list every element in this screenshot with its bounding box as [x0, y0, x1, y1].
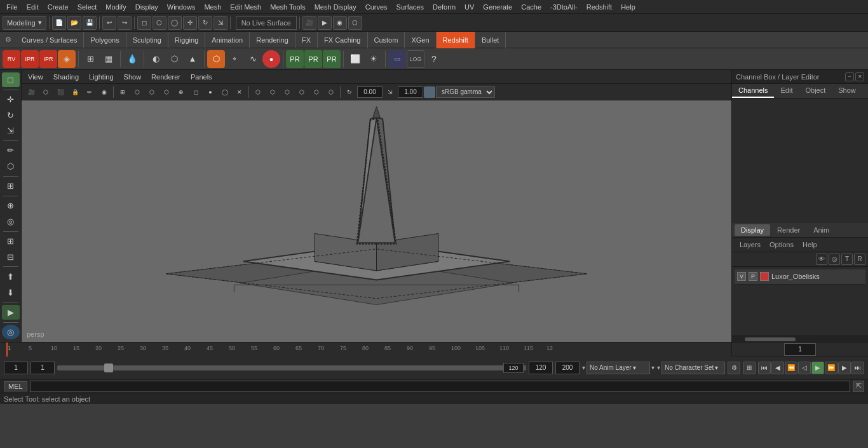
menu-3dtool[interactable]: -3DtoAll- — [546, 2, 581, 12]
workspace-dropdown[interactable]: Modeling ▾ — [3, 16, 46, 30]
layer-scrollbar[interactable] — [732, 336, 868, 342]
rotate-tool-btn[interactable]: ↻ — [2, 108, 20, 123]
layer-scroll-thumb[interactable] — [745, 337, 796, 341]
render2-btn[interactable]: ◉ — [333, 16, 347, 30]
vp-ortho-btn[interactable]: ⬛ — [53, 86, 67, 98]
cb-tab-channels[interactable]: Channels — [732, 84, 774, 98]
tab-polygons[interactable]: Polygons — [84, 32, 126, 48]
render3-btn[interactable]: ⬡ — [348, 16, 362, 30]
tb-screen-btn[interactable]: ▭ — [388, 50, 406, 68]
bottom-icon-btn[interactable]: ◎ — [2, 325, 20, 339]
uv-tool-btn[interactable]: ⬡ — [2, 159, 20, 173]
show-all-btn[interactable]: ⬆ — [2, 269, 20, 284]
vp-coord-x-input[interactable] — [357, 86, 383, 98]
rotate-btn[interactable]: ↻ — [198, 16, 212, 30]
no-character-set-dropdown[interactable]: No Character Set ▾ — [661, 362, 725, 374]
tb-cone-btn[interactable]: ▲ — [184, 50, 201, 68]
camera-btn[interactable]: 🎥 — [302, 16, 316, 30]
vp-menu-show[interactable]: Show — [120, 72, 146, 82]
menu-file[interactable]: File — [3, 2, 22, 12]
playback-slider[interactable] — [57, 365, 526, 370]
vp-edit-btn[interactable]: ✏ — [83, 86, 97, 98]
menu-mesh-display[interactable]: Mesh Display — [311, 2, 360, 12]
menu-mesh[interactable]: Mesh — [200, 2, 225, 12]
layer-submenu-options[interactable]: Options — [766, 240, 797, 250]
vp-menu-panels[interactable]: Panels — [187, 72, 216, 82]
vp-persp-btn[interactable]: ⬡ — [39, 86, 53, 98]
cb-tab-object[interactable]: Object — [799, 84, 832, 98]
layer-submenu-help[interactable]: Help — [799, 240, 821, 250]
paint-tool-btn[interactable]: ✏ — [2, 144, 20, 158]
move-btn[interactable]: ✛ — [183, 16, 197, 30]
tb-ball-btn[interactable]: ● — [262, 50, 280, 68]
frame-start-input[interactable] — [4, 362, 28, 374]
vp-shade-btn[interactable]: ● — [203, 86, 217, 98]
menu-help[interactable]: Help — [617, 2, 639, 12]
vp-uv-btn[interactable]: ⬡ — [159, 86, 173, 98]
tb-pr2-btn[interactable]: PR — [304, 50, 322, 68]
layer-visible-btn[interactable]: 👁 — [816, 254, 827, 265]
scale-btn[interactable]: ⇲ — [214, 16, 227, 30]
menu-display[interactable]: Display — [132, 2, 162, 12]
vp-res-btn[interactable]: ⬡ — [280, 86, 294, 98]
hide-btn[interactable]: ⬇ — [2, 285, 20, 300]
tab-curves-surfaces[interactable]: Curves / Surfaces — [15, 32, 84, 48]
vp-x-btn[interactable]: ✕ — [233, 86, 247, 98]
snap-btn[interactable]: ⊞ — [2, 179, 20, 193]
vp-bbox-btn[interactable]: ⬡ — [130, 86, 144, 98]
vp-rotate-icon[interactable]: ↻ — [342, 86, 356, 98]
menu-modify[interactable]: Modify — [102, 2, 130, 12]
menu-edit[interactable]: Edit — [23, 2, 43, 12]
mel-input[interactable] — [30, 381, 850, 392]
redo-btn[interactable]: ↪ — [118, 16, 132, 30]
vp-grid-on-btn[interactable]: ⊞ — [116, 86, 130, 98]
render-btn[interactable]: ▶ — [318, 16, 332, 30]
tb-curve2-btn[interactable]: ∿ — [244, 50, 262, 68]
vp-gamma-dropdown[interactable]: sRGB gamma — [436, 86, 495, 98]
frame-end-input[interactable] — [529, 362, 553, 374]
prev-keyframe-btn[interactable]: ⏪ — [785, 362, 797, 374]
layer-template-btn[interactable]: T — [841, 254, 853, 265]
vp-isolate-btn[interactable]: ⬡ — [251, 86, 265, 98]
vp-cam-btn2[interactable]: ⬡ — [295, 86, 309, 98]
rs-box-btn[interactable]: ⬡ — [207, 50, 225, 68]
layer-submenu-layers[interactable]: Layers — [736, 240, 764, 250]
vp-camera-btn[interactable]: 🎥 — [24, 86, 38, 98]
tb-pipe-btn[interactable]: ⌖ — [226, 50, 243, 68]
tab-redshift[interactable]: Redshift — [437, 32, 475, 48]
vp-safe-btn[interactable]: ⬡ — [309, 86, 323, 98]
menu-uv[interactable]: UV — [461, 2, 478, 12]
menu-surfaces[interactable]: Surfaces — [393, 2, 428, 12]
next-frame-btn[interactable]: ▶ — [838, 362, 851, 374]
tb-3d-btn[interactable]: ▦ — [100, 50, 118, 68]
vp-lock-btn[interactable]: 🔒 — [68, 86, 82, 98]
tab-custom[interactable]: Custom — [368, 32, 405, 48]
tb-plate-btn[interactable]: ⬜ — [346, 50, 364, 68]
vp-wp-btn[interactable]: ◻ — [189, 86, 203, 98]
layer-v-indicator[interactable]: V — [737, 272, 746, 281]
lasso-btn[interactable]: ⬡ — [153, 16, 166, 30]
panel-collapse-btn[interactable]: − — [845, 72, 854, 81]
save-btn[interactable]: 💾 — [83, 16, 97, 30]
tab-rigging[interactable]: Rigging — [168, 32, 205, 48]
tab-settings-icon[interactable]: ⚙ — [1, 32, 15, 48]
menu-mesh-tools[interactable]: Mesh Tools — [266, 2, 309, 12]
tb-help-btn[interactable]: ? — [425, 50, 443, 68]
vp-menu-lighting[interactable]: Lighting — [85, 72, 118, 82]
play-back-btn[interactable]: ◁ — [798, 362, 811, 374]
new-scene-btn[interactable]: 📄 — [52, 16, 66, 30]
mel-tag[interactable]: MEL — [4, 381, 27, 391]
menu-windows[interactable]: Windows — [163, 2, 200, 12]
menu-redshift[interactable]: Redshift — [583, 2, 616, 12]
layer-color-swatch[interactable] — [760, 272, 769, 281]
render-view-btn[interactable]: ▶ — [2, 305, 20, 320]
cb-tab-show[interactable]: Show — [832, 84, 862, 98]
slider-end-value[interactable] — [503, 363, 524, 373]
vp-coord-y-input[interactable] — [398, 86, 423, 98]
tab-animation[interactable]: Animation — [205, 32, 250, 48]
frame-current-input[interactable] — [31, 362, 55, 374]
menu-edit-mesh[interactable]: Edit Mesh — [226, 2, 265, 12]
layer-hide-btn[interactable]: ◎ — [829, 254, 840, 265]
tb-cube-btn[interactable]: ⬡ — [165, 50, 183, 68]
menu-generate[interactable]: Generate — [479, 2, 516, 12]
